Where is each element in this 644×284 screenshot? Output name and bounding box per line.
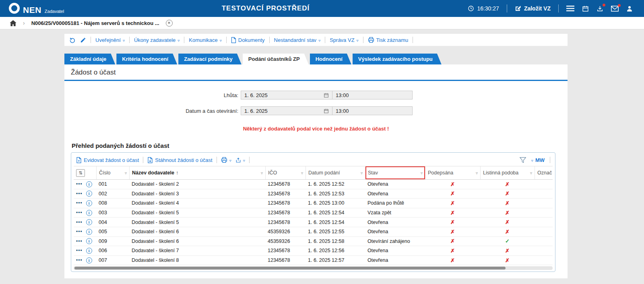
row-menu-icon[interactable]: •••	[76, 191, 83, 196]
menu-uverejneni[interactable]: Uveřejnění ▿	[95, 37, 125, 43]
menu-icon[interactable]	[566, 5, 574, 12]
filter-caret-icon[interactable]: ▿	[261, 171, 263, 175]
info-icon[interactable]: i	[86, 238, 92, 244]
info-icon[interactable]: i	[86, 191, 92, 197]
divider	[91, 37, 91, 43]
table-settings-icon[interactable]: ⇅	[76, 169, 85, 177]
filter-caret-icon[interactable]: ▿	[476, 171, 478, 175]
menu-ukony-zadavatele[interactable]: Úkony zadavatele ▿	[134, 37, 180, 43]
info-icon[interactable]: i	[86, 248, 92, 254]
scrollbar-thumb[interactable]	[74, 267, 506, 269]
evidovat-zadost-button[interactable]: Evidovat žádost o účast	[76, 157, 139, 163]
tab-kriteria-hodnoceni[interactable]: Kritéria hodnocení	[116, 54, 177, 64]
filter-caret-icon[interactable]: ▿	[361, 171, 363, 175]
info-icon[interactable]: i	[86, 210, 92, 216]
chevron-down-icon: ▿	[178, 38, 180, 43]
column-cislo[interactable]: Číslo ▿	[96, 166, 129, 179]
table-row[interactable]: ••• i 005 Dodavatel - školení 6 45359326…	[74, 227, 553, 237]
view-selector[interactable]: ▿ MW	[531, 157, 545, 163]
info-icon[interactable]: i	[86, 200, 92, 206]
chevron-down-icon: ▿	[220, 38, 222, 43]
filter-caret-icon[interactable]: ▿	[421, 171, 423, 175]
table-row[interactable]: ••• i 007 Dodavatel - školení 8 12345678…	[74, 256, 553, 265]
cell-listinna-mark: ✗	[480, 210, 535, 216]
lhuta-time-field[interactable]: 13:00	[332, 91, 413, 100]
tab-hodnoceni[interactable]: Hodnocení	[310, 54, 351, 64]
history-button[interactable]	[69, 37, 76, 43]
calendar-icon[interactable]	[582, 5, 589, 12]
info-icon[interactable]: i	[86, 229, 92, 235]
table-row[interactable]: ••• i 008 Dodavatel - školení 4 12345678…	[74, 199, 553, 208]
column-label: Číslo	[99, 170, 110, 176]
column-datum-podani[interactable]: Datum podání ▿	[305, 166, 365, 179]
cell-datum-podani: 1. 6. 2025 12:53	[305, 191, 365, 197]
tab-zadavaci-podminky[interactable]: Zadávací podmínky	[178, 54, 242, 64]
column-podepsana[interactable]: Podepsána ▿	[425, 166, 480, 179]
row-menu-icon[interactable]: •••	[76, 248, 83, 253]
table-row[interactable]: ••• i 001 Dodavatel - školení 2 12345678…	[74, 180, 553, 189]
chevron-down-icon: ▿	[318, 38, 320, 43]
row-menu-icon[interactable]: •••	[76, 201, 83, 205]
filter-icon[interactable]	[520, 157, 526, 163]
table-row[interactable]: ••• i 009 Dodavatel - školení 6 45359326…	[74, 237, 553, 247]
stahnout-zadosti-button[interactable]: Stáhnout žádosti o účast	[147, 157, 212, 163]
edit-button[interactable]	[80, 37, 86, 43]
column-tools: ⇅	[74, 166, 96, 179]
cell-cislo: 003	[96, 210, 129, 216]
row-menu-icon[interactable]: •••	[76, 229, 83, 234]
table-row[interactable]: ••• i 003 Dodavatel - školení 5 12345678…	[74, 208, 553, 218]
row-menu-icon[interactable]: •••	[76, 182, 83, 187]
downloads-icon[interactable]	[597, 5, 603, 12]
export-button[interactable]: ▿	[235, 157, 245, 163]
info-icon[interactable]: i	[86, 257, 92, 263]
column-ico[interactable]: IČO ▿	[265, 166, 305, 179]
print-table-button[interactable]: ▿	[221, 157, 231, 163]
filter-caret-icon[interactable]: ▿	[530, 171, 532, 175]
cell-cislo: 006	[96, 248, 129, 253]
messages-icon[interactable]	[611, 6, 619, 12]
column-stav[interactable]: Stav ▿	[365, 166, 425, 179]
table-row[interactable]: ••• i 002 Dodavatel - školení 3 12345678…	[74, 189, 553, 199]
menu-nestandardni-stav[interactable]: Nestandardní stav ▿	[274, 37, 321, 43]
print-record-button[interactable]: Tisk záznamu	[368, 37, 409, 43]
cell-cislo: 002	[96, 191, 129, 197]
cell-stav: Otevřena	[365, 181, 425, 187]
oteviran-time-field[interactable]: 13:00	[332, 106, 413, 115]
home-icon[interactable]	[10, 20, 17, 26]
tab-podani-ucastniku-zp[interactable]: Podání účastníků ZP	[243, 54, 309, 64]
tab-panel: Žádost o účast Lhůta: 1. 6. 2025 13:00 D…	[64, 64, 568, 278]
oteviran-date-field[interactable]: 1. 6. 2025	[241, 106, 332, 115]
column-nazev-dodavatele[interactable]: Název dodavatele↑ ▿	[129, 166, 265, 179]
row-menu-icon[interactable]: •••	[76, 210, 83, 215]
row-menu-icon[interactable]: •••	[76, 258, 83, 263]
user-icon[interactable]	[626, 5, 633, 12]
cell-nazev-dodavatele: Dodavatel - školení 5	[129, 210, 265, 216]
close-record-icon[interactable]: ✕	[166, 20, 173, 27]
menu-dokumenty[interactable]: Dokumenty	[231, 37, 265, 43]
lhuta-date-field[interactable]: 1. 6. 2025	[241, 91, 332, 100]
filter-caret-icon[interactable]: ▿	[125, 171, 127, 175]
chevron-right-icon: ›	[23, 20, 25, 26]
menu-sprava-vz[interactable]: Správa VZ ▿	[330, 37, 358, 43]
horizontal-scrollbar[interactable]	[74, 266, 553, 270]
cell-ico: 12345678	[265, 200, 305, 206]
table-row[interactable]: ••• i 006 Dodavatel - školení 7 12345678…	[74, 246, 553, 256]
tab-vysledek-zadavaciho-postupu[interactable]: Výsledek zadávacího postupu	[353, 54, 442, 64]
nen-logo[interactable]: NEN Zadavatel	[0, 3, 64, 14]
tab-zakladni-udaje[interactable]: Základní údaje	[64, 54, 115, 64]
breadcrumb-record[interactable]: N006/25/V00005181 - Nájem serverů s tech…	[31, 20, 159, 26]
menu-komunikace[interactable]: Komunikace ▿	[189, 37, 222, 43]
row-menu-icon[interactable]: •••	[76, 220, 83, 225]
column-listinna-podoba[interactable]: Listinná podoba ▿	[480, 166, 535, 179]
row-menu-icon[interactable]: •••	[76, 239, 83, 244]
requests-table-panel: Evidovat žádost o účast Stáhnout žádosti…	[71, 152, 555, 272]
info-icon[interactable]: i	[86, 219, 92, 225]
divider	[217, 157, 217, 163]
table-row[interactable]: ••• i 004 Dodavatel - školení 5 12345678…	[74, 218, 553, 227]
filter-caret-icon[interactable]: ▿	[301, 171, 303, 175]
row-tools: ••• i	[74, 191, 96, 197]
chevron-down-icon: ▿	[123, 38, 125, 43]
column-oznacena[interactable]: Označ	[535, 166, 553, 179]
create-vz-button[interactable]: Založit VZ	[515, 5, 551, 12]
info-icon[interactable]: i	[86, 181, 92, 187]
